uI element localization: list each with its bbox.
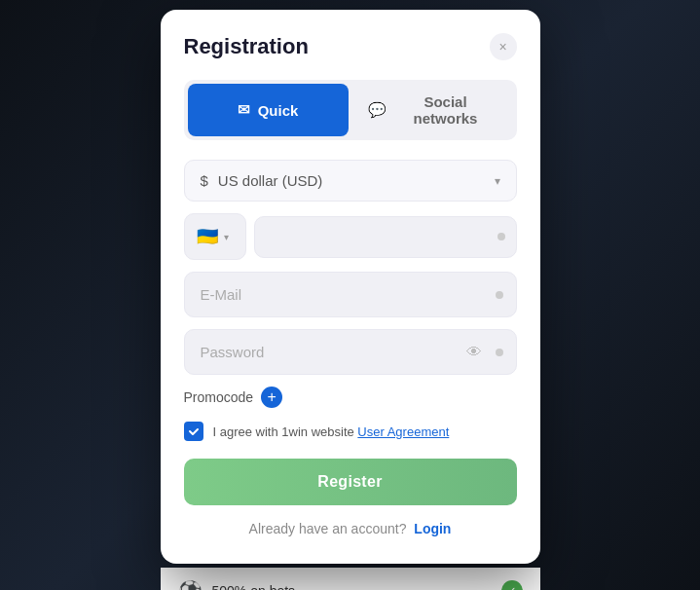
login-row: Already have an account? Login (184, 521, 517, 536)
bonus-bets-check-icon: ✓ (501, 580, 523, 590)
soccer-ball-icon: ⚽ (178, 579, 203, 590)
currency-left: $ US dollar (USD) (201, 172, 323, 189)
tab-social[interactable]: 💬 Social networks (352, 84, 513, 136)
agreement-text: I agree with 1win website User Agreement (213, 424, 450, 439)
agreement-checkbox[interactable] (184, 422, 203, 441)
register-button[interactable]: Register (184, 459, 517, 505)
promo-label: Promocode (184, 389, 254, 405)
login-prompt-text: Already have an account? (249, 521, 407, 536)
flag-select[interactable]: 🇺🇦 ▾ (184, 213, 246, 260)
phone-input[interactable] (254, 216, 517, 258)
chevron-down-icon: ▾ (495, 174, 500, 188)
modal-title: Registration (184, 34, 309, 59)
tab-quick-label: Quick (258, 102, 299, 119)
bonus-strip: ⚽ 500% on bets ✓ 🏛 500% on casino ✓ 💸 Ca… (161, 568, 540, 590)
close-button[interactable]: × (490, 33, 517, 60)
password-field-row: 👁 (184, 329, 517, 375)
email-required-dot (496, 291, 503, 299)
phone-row: 🇺🇦 ▾ (184, 213, 517, 260)
password-required-dot (496, 349, 503, 356)
bonus-item-bets: ⚽ 500% on bets ✓ (161, 568, 540, 590)
dollar-icon: $ (201, 172, 208, 189)
email-field-row (184, 272, 517, 317)
modal-header: Registration × (184, 33, 517, 60)
agreement-prefix: I agree with 1win website (213, 424, 358, 439)
currency-select[interactable]: $ US dollar (USD) ▾ (184, 160, 517, 202)
phone-input-wrapper (254, 213, 517, 260)
modal-wrapper: Registration × ✉ Quick 💬 Social networks… (161, 0, 540, 590)
agreement-row: I agree with 1win website User Agreement (184, 422, 517, 441)
login-link[interactable]: Login (414, 521, 451, 536)
registration-modal: Registration × ✉ Quick 💬 Social networks… (161, 10, 540, 564)
password-eye-icon[interactable]: 👁 (466, 344, 482, 361)
phone-required-dot (497, 233, 505, 240)
flag-chevron-icon: ▾ (224, 232, 229, 242)
flag-icon: 🇺🇦 (197, 226, 218, 247)
user-agreement-link[interactable]: User Agreement (357, 424, 449, 439)
close-icon: × (498, 39, 506, 55)
tab-social-label: Social networks (394, 93, 497, 127)
checkmark-icon (188, 425, 200, 437)
plus-icon: + (267, 389, 276, 405)
bonus-bets-text: 500% on bets (212, 583, 296, 590)
tab-quick[interactable]: ✉ Quick (188, 84, 349, 136)
chat-icon: 💬 (368, 101, 387, 119)
envelope-icon: ✉ (238, 101, 250, 119)
tab-bar: ✉ Quick 💬 Social networks (184, 80, 517, 140)
promo-add-button[interactable]: + (261, 387, 282, 408)
currency-label: US dollar (USD) (218, 172, 323, 189)
promo-row: Promocode + (184, 387, 517, 408)
bonus-bets-left: ⚽ 500% on bets (178, 579, 296, 590)
email-input[interactable] (184, 272, 517, 317)
